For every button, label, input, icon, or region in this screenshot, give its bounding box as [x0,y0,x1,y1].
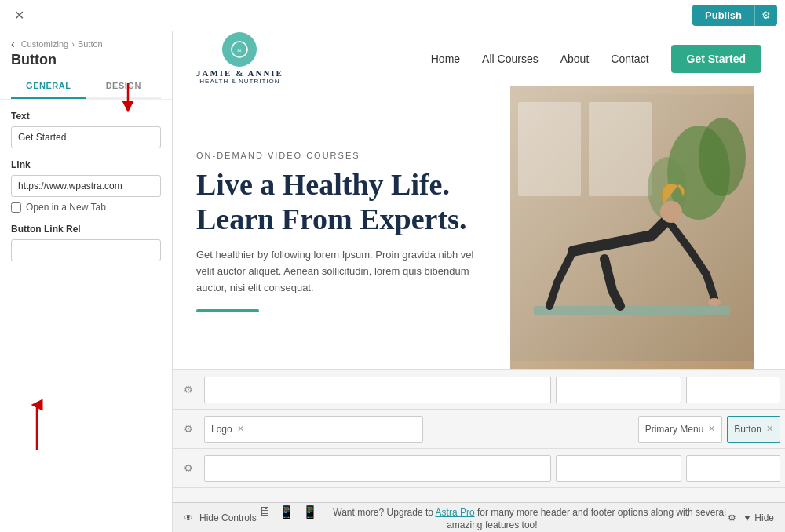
link-field-group: Link Open in a New Tab [11,159,161,213]
row3-gear-icon[interactable]: ⚙ [177,457,199,479]
hero-desc: Get healthier by following lorem Ipsum. … [196,247,487,296]
logo-text-top: JAMIE & ANNIE [196,68,283,78]
sidebar: ‹ Customizing › Button Button GENERAL DE… [0,31,173,532]
hide-button[interactable]: ▼ Hide [743,512,774,523]
hero-cta-bar [196,309,259,312]
builder-bottom: ⚙ ⚙ Logo ✕ Primary Menu ✕ [173,369,785,502]
sidebar-content: Text Link Open in a New Tab Button Link … [0,100,172,532]
website-preview: & JAMIE & ANNIE HEALTH & NUTRITION Home … [173,31,785,369]
hero-content: ON-DEMAND VIDEO COURSES Live a Healthy L… [173,86,510,369]
main-layout: ‹ Customizing › Button Button GENERAL DE… [0,31,785,532]
nav-link-contact[interactable]: Contact [611,53,648,65]
button-block-label: Button [734,424,761,435]
button-block-remove[interactable]: ✕ [766,424,773,434]
hero-title: Live a Healthy Life. Learn From Experts. [196,168,487,236]
logo-text-bottom: HEALTH & NUTRITION [196,78,283,85]
tab-general[interactable]: GENERAL [11,75,86,99]
astra-pro-link[interactable]: Astra Pro [436,507,475,518]
gear-icon: ⚙ [761,9,771,21]
get-started-button[interactable]: Get Started [671,45,761,73]
nav-link-about[interactable]: About [560,53,590,65]
svg-point-12 [708,298,721,306]
row3-content-area[interactable] [204,455,551,482]
builder-row-1: ⚙ [173,370,785,410]
close-button[interactable]: ✕ [8,5,30,27]
site-nav-links: Home All Courses About Contact Get Start… [431,45,761,73]
top-bar-left: ✕ [8,5,30,27]
link-input[interactable] [11,175,161,197]
hero-image-placeholder [510,86,754,369]
upgrade-suffix: for many more header and footer options … [447,507,726,530]
publish-area: Publish ⚙ [692,5,777,26]
row1-right-area[interactable] [556,377,681,403]
svg-rect-5 [518,102,581,196]
publish-gear-button[interactable]: ⚙ [754,5,777,26]
hero-image-area [510,86,754,369]
hero-label: ON-DEMAND VIDEO COURSES [196,151,487,160]
logo-circle: & [222,32,257,67]
row3-right-area[interactable] [556,455,681,482]
nav-link-all-courses[interactable]: All Courses [482,53,539,65]
primary-menu-label: Primary Menu [645,424,704,435]
button-link-rel-group: Button Link Rel [11,224,161,261]
tablet-icon[interactable]: 📱 [279,505,294,519]
hide-arrow-icon: ▼ [743,512,752,523]
link-label: Link [11,159,161,170]
row1-content-area[interactable] [204,377,551,403]
footer-center: 🖥 📱 📱 Want more? Upgrade to Astra Pro fo… [257,505,728,530]
logo-block-remove[interactable]: ✕ [237,424,244,434]
button-link-rel-label: Button Link Rel [11,224,161,235]
svg-point-11 [660,201,682,223]
back-arrow-icon[interactable]: ‹ [11,38,15,50]
hide-controls-icon: 👁 [184,512,193,523]
desktop-icon[interactable]: 🖥 [258,505,271,519]
hide-controls-label[interactable]: Hide Controls [199,512,257,523]
primary-menu-remove[interactable]: ✕ [708,424,715,434]
footer-left: 👁 Hide Controls [184,512,257,523]
svg-rect-10 [534,306,730,315]
open-new-tab-row: Open in a New Tab [11,202,161,213]
primary-menu-block[interactable]: Primary Menu ✕ [638,416,723,443]
upgrade-text: Want more? Upgrade to [333,507,433,518]
row1-gear-icon[interactable]: ⚙ [177,379,199,401]
tab-design[interactable]: DESIGN [86,75,162,99]
row2-content-area[interactable]: Logo ✕ [204,416,423,443]
open-new-tab-checkbox[interactable] [11,202,21,213]
svg-text:&: & [238,47,243,53]
row2-right: Primary Menu ✕ Button ✕ [638,416,780,443]
sidebar-tabs: GENERAL DESIGN [11,75,161,99]
site-nav: & JAMIE & ANNIE HEALTH & NUTRITION Home … [173,31,785,86]
text-field-group: Text [11,111,161,148]
site-logo: & JAMIE & ANNIE HEALTH & NUTRITION [196,32,283,85]
footer-gear-icon[interactable]: ⚙ [728,512,736,523]
text-input[interactable] [11,126,161,148]
row1-far-right-area[interactable] [686,377,780,403]
footer-bar: 👁 Hide Controls 🖥 📱 📱 Want more? Upgrade… [173,502,785,532]
row2-gear-icon[interactable]: ⚙ [177,418,199,440]
text-label: Text [11,111,161,122]
builder-row-3: ⚙ [173,449,785,488]
hero-section: ON-DEMAND VIDEO COURSES Live a Healthy L… [173,86,785,369]
logo-icon: & [228,38,250,60]
preview-area: & JAMIE & ANNIE HEALTH & NUTRITION Home … [173,31,785,532]
breadcrumb: ‹ Customizing › Button [11,38,161,50]
yoga-figure-svg [510,94,754,361]
top-bar: ✕ Publish ⚙ [0,0,785,31]
logo-block-label: Logo [211,424,232,435]
sidebar-title: Button [11,52,161,75]
mobile-icon[interactable]: 📱 [302,505,318,519]
button-link-rel-input[interactable] [11,239,161,261]
nav-link-home[interactable]: Home [431,53,460,65]
builder-row-2: ⚙ Logo ✕ Primary Menu ✕ Button ✕ [173,410,785,449]
svg-rect-6 [589,102,652,196]
open-new-tab-label: Open in a New Tab [26,202,106,213]
button-block[interactable]: Button ✕ [727,416,780,443]
svg-point-8 [699,118,746,196]
footer-right: ⚙ ▼ Hide [728,512,774,523]
publish-button[interactable]: Publish [692,5,754,26]
sidebar-header: ‹ Customizing › Button Button GENERAL DE… [0,31,172,100]
row3-far-right-area[interactable] [686,455,780,482]
